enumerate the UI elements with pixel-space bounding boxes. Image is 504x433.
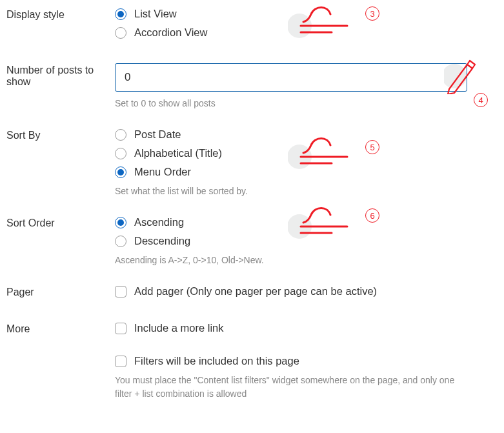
radio-alphabetical[interactable]: Alphabetical (Title) <box>115 147 498 159</box>
label-empty <box>6 355 115 356</box>
row-sort-order: Sort Order Ascending Descending Ascendin… <box>6 216 498 267</box>
radio-descending[interactable]: Descending <box>115 235 498 247</box>
radio-list-view[interactable]: List View <box>115 8 498 20</box>
radio-icon <box>115 148 126 159</box>
radio-label: Alphabetical (Title) <box>134 147 222 159</box>
radio-label: Descending <box>134 235 190 247</box>
checkbox-more-link[interactable]: Include a more link <box>115 322 498 334</box>
radio-label: Post Date <box>134 128 181 141</box>
controls-sort-order: Ascending Descending Ascending is A->Z, … <box>115 216 498 267</box>
row-pager: Pager Add pager (Only one pager per page… <box>6 285 498 304</box>
row-display-style: Display style List View Accordion View 3 <box>6 8 498 45</box>
label-num-posts: Number of posts to show <box>6 63 115 88</box>
checkbox-label: Include a more link <box>134 322 224 334</box>
checkbox-icon <box>115 323 126 334</box>
radio-label: Menu Order <box>134 166 191 178</box>
label-sort-by: Sort By <box>6 128 115 141</box>
label-pager: Pager <box>6 285 115 298</box>
checkbox-label: Add pager (Only one pager per page can b… <box>134 285 377 297</box>
controls-more: Include a more link <box>115 322 498 341</box>
controls-num-posts: Set to 0 to show all posts 4 <box>115 63 498 110</box>
radio-post-date[interactable]: Post Date <box>115 128 498 141</box>
controls-sort-by: Post Date Alphabetical (Title) Menu Orde… <box>115 128 498 198</box>
num-posts-input[interactable] <box>115 63 467 92</box>
help-filters: You must place the "Content list filters… <box>115 374 463 401</box>
radio-icon <box>115 236 126 247</box>
controls-filters: Filters will be included on this page Yo… <box>115 355 498 401</box>
radio-icon <box>115 217 126 228</box>
label-display-style: Display style <box>6 8 115 21</box>
label-sort-order: Sort Order <box>6 216 115 229</box>
radio-icon <box>115 8 126 20</box>
radio-label: Ascending <box>134 216 184 228</box>
checkbox-icon <box>115 356 126 367</box>
row-sort-by: Sort By Post Date Alphabetical (Title) M… <box>6 128 498 198</box>
row-more: More Include a more link <box>6 322 498 341</box>
label-more: More <box>6 322 115 335</box>
checkbox-icon <box>115 286 126 297</box>
checkbox-label: Filters will be included on this page <box>134 355 299 367</box>
radio-icon <box>115 27 126 39</box>
help-num-posts: Set to 0 to show all posts <box>115 97 498 110</box>
checkbox-add-pager[interactable]: Add pager (Only one pager per page can b… <box>115 285 498 297</box>
radio-icon <box>115 129 126 141</box>
controls-display-style: List View Accordion View 3 <box>115 8 498 45</box>
row-filters: Filters will be included on this page Yo… <box>6 355 498 401</box>
row-num-posts: Number of posts to show Set to 0 to show… <box>6 63 498 110</box>
controls-pager: Add pager (Only one pager per page can b… <box>115 285 498 304</box>
help-sort-order: Ascending is A->Z, 0->10, Old->New. <box>115 254 498 267</box>
radio-label: List View <box>134 8 177 20</box>
radio-icon <box>115 166 126 178</box>
radio-label: Accordion View <box>134 26 207 39</box>
radio-ascending[interactable]: Ascending <box>115 216 498 228</box>
checkbox-filters[interactable]: Filters will be included on this page <box>115 355 498 367</box>
settings-form: Display style List View Accordion View 3… <box>0 0 504 432</box>
radio-accordion-view[interactable]: Accordion View <box>115 26 498 39</box>
radio-menu-order[interactable]: Menu Order <box>115 166 498 178</box>
help-sort-by: Set what the list will be sorted by. <box>115 185 498 198</box>
